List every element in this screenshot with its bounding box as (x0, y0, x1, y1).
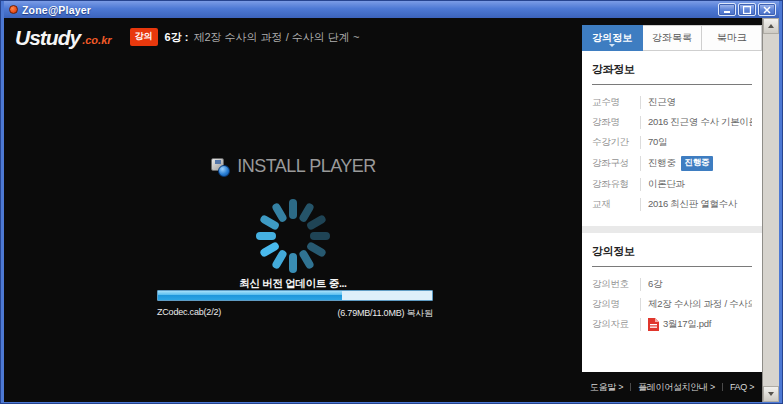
sidebar-body: 강좌정보 교수명 진근영 강좌명 2016 진근영 수사 기본이론 수강기간 7… (582, 51, 762, 372)
section-divider (582, 226, 762, 233)
info-row-type: 강좌유형 이론단과 (592, 174, 752, 194)
ustudy-logo: Ustudy (15, 27, 80, 48)
sidebar-top-gap (582, 18, 762, 25)
info-row-lecture-material: 강의자료 3월17일.pdf (592, 314, 752, 334)
app-window: Zone@Player Ustudy .co.kr 강의 6강 : 제2장 수사… (0, 0, 783, 404)
minimize-icon (723, 6, 731, 13)
faq-link[interactable]: FAQ > (730, 382, 754, 392)
info-row-period: 수강기간 70일 (592, 132, 752, 152)
row-label: 강좌유형 (592, 178, 640, 191)
pdf-icon (648, 318, 659, 331)
window-title: Zone@Player (22, 4, 716, 16)
install-player-banner: INSTALL PLAYER (4, 156, 582, 177)
tab-label: 강좌목록 (652, 31, 692, 45)
lecture-number: 6강 : (165, 30, 189, 45)
row-value: 6강 (640, 278, 662, 291)
lecture-title: 제2장 수사의 과정 / 수사의 단계 ~ (193, 30, 359, 45)
arrow-up-icon (768, 24, 774, 28)
status-badge: 진행중 (681, 156, 714, 171)
player-header: Ustudy .co.kr 강의 6강 : 제2장 수사의 과정 / 수사의 단… (15, 23, 359, 51)
maximize-icon (743, 6, 751, 14)
chevron-down-icon (609, 44, 615, 47)
scroll-down-button[interactable] (763, 386, 779, 402)
video-player-area: Ustudy .co.kr 강의 6강 : 제2장 수사의 과정 / 수사의 단… (4, 18, 582, 402)
update-status-text: 최신 버전 업데이트 중... (4, 277, 582, 291)
info-row-lecture-number: 강의번호 6강 (592, 274, 752, 294)
titlebar: Zone@Player (4, 1, 779, 18)
info-row-composition: 강좌구성 진행중 진행중 (592, 152, 752, 174)
info-sidebar: 강의정보 강좌목록 북마크 강좌정보 교수명 진근영 (582, 18, 762, 402)
installer-icon (210, 157, 230, 177)
help-link[interactable]: 도움말 > (590, 381, 623, 394)
info-row-professor: 교수명 진근영 (592, 92, 752, 112)
info-row-lecture-name: 강의명 제2장 수사의 과정 / 수사의 단계 ~ (592, 294, 752, 314)
row-value: 3월17일.pdf (640, 318, 711, 331)
download-progress: ZCodec.cab(2/2) (6.79MB/11.0MB) 복사됨 (157, 290, 433, 320)
row-label: 강의명 (592, 298, 640, 311)
row-label: 수강기간 (592, 136, 640, 149)
maximize-button[interactable] (738, 3, 756, 16)
course-info-section-title: 강좌정보 (592, 51, 752, 85)
progress-fill (158, 291, 342, 300)
row-value: 이론단과 (640, 178, 685, 191)
window-scrollbar[interactable] (762, 18, 779, 402)
loading-spinner (253, 196, 333, 276)
row-label: 강좌명 (592, 116, 640, 129)
row-label: 강의자료 (592, 318, 640, 331)
player-install-guide-link[interactable]: 플레이어설치안내 > (638, 381, 715, 394)
window-content: Ustudy .co.kr 강의 6강 : 제2장 수사의 과정 / 수사의 단… (4, 18, 779, 402)
lecture-info-rows: 강의번호 6강 강의명 제2장 수사의 과정 / 수사의 단계 ~ 강의자료 (592, 267, 752, 344)
progress-file-label: ZCodec.cab(2/2) (157, 307, 221, 320)
row-value-text: 진행중 (648, 157, 676, 170)
row-value: 2016 최신판 열혈수사 (640, 198, 737, 211)
footer-divider (722, 383, 723, 391)
course-info-rows: 교수명 진근영 강좌명 2016 진근영 수사 기본이론 수강기간 70일 강좌… (592, 85, 752, 224)
row-label: 강의번호 (592, 278, 640, 291)
progress-size-label: (6.79MB/11.0MB) 복사됨 (337, 307, 433, 320)
tab-label: 북마크 (717, 31, 747, 45)
row-label: 강좌구성 (592, 157, 640, 170)
arrow-down-icon (768, 392, 774, 396)
info-row-textbook: 교재 2016 최신판 열혈수사 (592, 194, 752, 214)
close-button[interactable] (758, 3, 776, 16)
footer-divider (630, 383, 631, 391)
tab-label: 강의정보 (592, 31, 632, 45)
ustudy-logo-domain: .co.kr (82, 34, 111, 46)
row-value: 진근영 (640, 96, 676, 109)
material-file-link[interactable]: 3월17일.pdf (663, 318, 711, 331)
scroll-up-button[interactable] (763, 18, 779, 34)
info-row-course-name: 강좌명 2016 진근영 수사 기본이론 (592, 112, 752, 132)
install-player-label: INSTALL PLAYER (237, 156, 376, 177)
lecture-info-section-title: 강의정보 (592, 233, 752, 267)
app-icon (9, 5, 18, 14)
progress-labels: ZCodec.cab(2/2) (6.79MB/11.0MB) 복사됨 (157, 307, 433, 320)
row-value: 제2장 수사의 과정 / 수사의 단계 ~ (640, 298, 752, 311)
sidebar-tabs: 강의정보 강좌목록 북마크 (582, 25, 762, 51)
tab-lecture-info[interactable]: 강의정보 (582, 25, 643, 51)
minimize-button[interactable] (718, 3, 736, 16)
progress-bar-track (157, 290, 433, 301)
row-value: 2016 진근영 수사 기본이론 (640, 116, 752, 129)
row-value: 70일 (640, 136, 667, 149)
sidebar-footer: 도움말 > 플레이어설치안내 > FAQ > (582, 372, 762, 402)
tab-bookmark[interactable]: 북마크 (702, 25, 762, 51)
row-label: 교수명 (592, 96, 640, 109)
lecture-type-badge: 강의 (130, 28, 158, 46)
tab-course-list[interactable]: 강좌목록 (643, 25, 703, 51)
row-value: 진행중 진행중 (640, 156, 713, 171)
close-icon (763, 6, 771, 14)
row-label: 교재 (592, 198, 640, 211)
